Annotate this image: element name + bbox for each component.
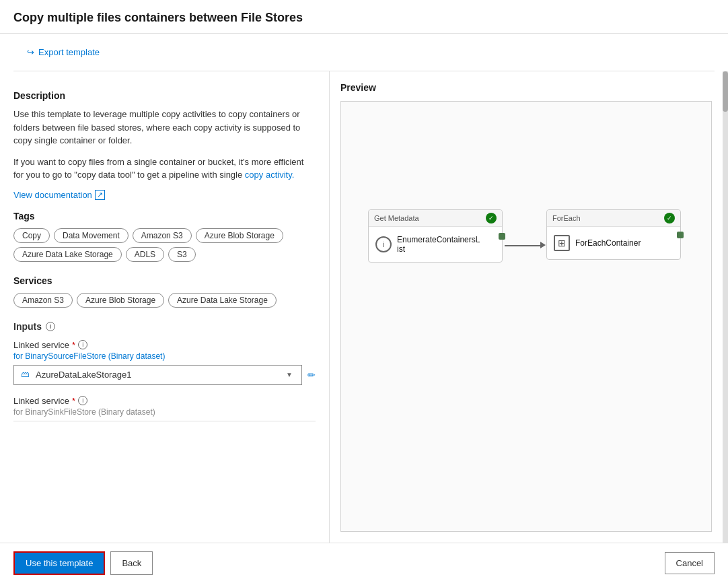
foreach-connector-right [677,232,684,238]
use-template-button[interactable]: Use this template [13,551,105,575]
bottom-left-buttons: Use this template Back [13,551,153,575]
get-metadata-body: i EnumerateContainersList [369,227,502,262]
tags-container: Copy Data Movement Amazon S3 Azure Blob … [13,228,316,262]
tag-adls: ADLS [126,247,164,262]
external-link-icon: ↗ [95,190,105,200]
linked-service-1-required: * [72,340,75,350]
foreach-node: ForEach ✓ ⊞ ForEachContainer [546,209,681,260]
right-panel: Preview Get Metadata ✓ i EnumerateContai… [330,71,723,543]
linked-service-2-label: Linked service * i [13,396,316,406]
foreach-activity-icon: ⊞ [554,235,570,251]
left-panel: Description Use this template to leverag… [0,71,330,543]
description-section: Description Use this template to leverag… [13,90,316,200]
foreach-check-icon: ✓ [664,213,675,224]
tag-amazon-s3: Amazon S3 [133,228,192,243]
back-button[interactable]: Back [110,551,153,575]
linked-service-1-dropdown[interactable]: 🗃 AzureDataLakeStorage1 ▼ [13,365,302,385]
tag-s3: S3 [168,247,196,262]
linked-service-1-value: AzureDataLakeStorage1 [36,370,131,380]
scrollbar-thumb[interactable] [723,71,728,112]
services-title: Services [13,275,316,286]
db-icon-1: 🗃 [21,370,32,380]
tag-copy: Copy [13,228,50,243]
get-metadata-activity-icon: i [375,236,392,252]
services-section: Services Amazon S3 Azure Blob Storage Az… [13,275,316,308]
inputs-info-icon[interactable]: i [46,322,55,331]
foreach-title: ForEach [552,214,581,222]
scrollbar-track[interactable] [723,71,728,543]
linked-service-2-info[interactable]: i [78,396,87,405]
pipeline-arrow-head [540,242,546,248]
get-metadata-check-icon: ✓ [486,213,497,224]
get-metadata-header: Get Metadata ✓ [369,210,502,227]
tags-section: Tags Copy Data Movement Amazon S3 Azure … [13,211,316,262]
description-text1: Use this template to leverage multiple c… [13,108,316,147]
tags-title: Tags [13,211,316,221]
export-template-label: Export template [38,47,100,57]
linked-service-2-text: Linked service [13,396,69,406]
linked-service-2-description: for BinarySinkFileStore (Binary dataset) [13,407,316,421]
service-azure-dl: Azure Data Lake Storage [168,293,277,308]
description-text2: If you want to copy files from a single … [13,156,316,182]
foreach-header: ForEach ✓ [547,210,680,227]
linked-service-1-text: Linked service [13,340,69,350]
linked-service-1-dropdown-container: 🗃 AzureDataLakeStorage1 ▼ ✏ [13,365,316,385]
foreach-label: ForEachContainer [575,238,641,248]
export-icon: ↪ [27,47,34,57]
preview-title: Preview [340,82,712,93]
bottom-bar: Use this template Back Cancel [0,543,728,583]
export-template-link[interactable]: ↪ Export template [27,47,100,57]
tag-data-movement: Data Movement [54,228,129,243]
tag-azure-dl: Azure Data Lake Storage [13,247,122,262]
service-amazon-s3: Amazon S3 [13,293,73,308]
view-documentation-link[interactable]: View documentation ↗ [13,190,316,200]
inputs-section: Inputs i Linked service * i for BinarySo… [13,321,316,421]
linked-service-2-required: * [72,396,75,406]
linked-service-1-edit-icon[interactable]: ✏ [307,370,316,380]
cancel-button[interactable]: Cancel [665,552,715,574]
service-azure-blob: Azure Blob Storage [77,293,164,308]
get-metadata-connector-right [499,233,505,240]
dropdown-1-chevron: ▼ [284,370,295,380]
view-doc-label: View documentation [13,190,92,200]
linked-service-1-info[interactable]: i [78,340,87,349]
copy-activity-link[interactable]: copy activity. [245,170,294,180]
preview-canvas: Get Metadata ✓ i EnumerateContainersList… [340,101,712,532]
inputs-title: Inputs [13,321,42,332]
services-container: Amazon S3 Azure Blob Storage Azure Data … [13,293,316,308]
get-metadata-title: Get Metadata [374,214,419,222]
pipeline-arrow-line [505,245,544,246]
inputs-header: Inputs i [13,321,316,332]
foreach-body: ⊞ ForEachContainer [547,227,680,259]
get-metadata-node: Get Metadata ✓ i EnumerateContainersList [368,209,503,263]
linked-service-1-label: Linked service * i [13,340,316,350]
get-metadata-label: EnumerateContainersList [397,235,480,254]
tag-azure-blob: Azure Blob Storage [196,228,283,243]
page-title: Copy multiple files containers between F… [0,0,728,34]
description-title: Description [13,90,316,101]
linked-service-1-description: for BinarySourceFileStore (Binary datase… [13,351,316,361]
